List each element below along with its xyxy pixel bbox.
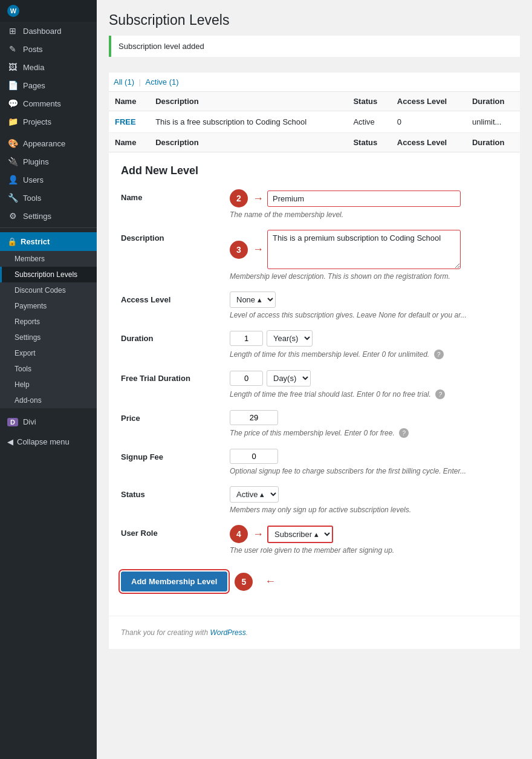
subscription-name-link[interactable]: FREE [115,117,136,126]
sidebar-item-divi[interactable]: D Divi [0,413,97,431]
sidebar-item-comments[interactable]: 💬 Comments [0,94,97,112]
restrict-label: Restrict [21,237,50,246]
sidebar-item-media[interactable]: 🖼 Media [0,58,97,76]
restrict-header[interactable]: 🔒 Restrict [0,232,97,251]
name-hint: The name of the membership level. [230,210,508,219]
signup-fee-label: Signup Fee [121,449,230,461]
status-select[interactable]: Active ▴ [230,486,279,503]
sidebar-item-reports[interactable]: Reports [0,314,97,330]
form-row-access-level: Access Level None ▴ Level of access this… [121,292,508,319]
row-description-cell: This is a free subscription to Coding Sc… [149,111,347,133]
sidebar-item-label: Tools [23,194,41,203]
tools-icon: 🔧 [7,193,18,203]
free-trial-label: Free Trial Duration [121,370,230,383]
subscription-table: Name Description Status Access Level Dur… [109,92,520,152]
sidebar-item-help[interactable]: Help [0,377,97,393]
description-field-wrapper: 3 → This is a premium subscription to Co… [230,230,508,281]
appearance-icon: 🎨 [7,138,18,148]
pages-icon: 📄 [7,80,18,90]
row-status-cell: Active [347,111,391,133]
row-name-cell: FREE [109,111,149,133]
access-level-label: Access Level [121,292,230,304]
sidebar-item-label: Comments [23,99,61,108]
free-trial-help-icon[interactable]: ? [435,389,445,399]
description-step-row: 3 → This is a premium subscription to Co… [230,230,508,269]
signup-fee-input[interactable] [230,449,278,464]
sidebar-item-payments[interactable]: Payments [0,298,97,314]
page-title: Subscription Levels [109,12,520,28]
wp-icon: W [7,5,19,17]
sidebar-item-subscription-levels[interactable]: Subscription Levels [0,267,97,282]
user-role-hint: The user role given to the member after … [230,546,508,555]
sidebar-item-projects[interactable]: 📁 Projects [0,112,97,131]
form-row-signup-fee: Signup Fee Optional signup fee to charge… [121,449,508,475]
free-trial-unit-select[interactable]: Day(s) [267,370,311,386]
duration-unit-select[interactable]: Year(s) [267,330,313,347]
sidebar-item-users[interactable]: 👤 Users [0,171,97,189]
sidebar-item-appearance[interactable]: 🎨 Appearance [0,134,97,152]
price-hint: The price of this membership level. Ente… [230,428,508,438]
divi-label: Divi [23,417,36,426]
sidebar-item-settings[interactable]: ⚙ Settings [0,207,97,225]
step-3-badge: 3 [230,241,248,259]
add-membership-level-button[interactable]: Add Membership Level [121,572,227,591]
price-label: Price [121,410,230,423]
sidebar-item-dashboard[interactable]: ⊞ Dashboard [0,22,97,40]
sidebar-item-label: Appearance [23,139,65,148]
form-row-free-trial: Free Trial Duration Day(s) Length of tim… [121,370,508,399]
duration-help-icon[interactable]: ? [434,350,444,359]
free-trial-number-input[interactable] [230,371,263,386]
dashboard-icon: ⊞ [7,26,18,36]
sidebar-item-label: Plugins [23,157,49,166]
sidebar-item-label: Pages [23,81,45,90]
arrow-right-icon-2: → [253,243,264,256]
description-textarea[interactable]: This is a premium subscription to Coding… [267,230,461,269]
access-level-hint: Level of access this subscription gives.… [230,311,508,319]
col-duration: Duration [466,92,520,111]
sidebar-item-restrict-settings[interactable]: Settings [0,330,97,345]
sidebar-item-plugins[interactable]: 🔌 Plugins [0,152,97,171]
sidebar: W ⊞ Dashboard ✎ Posts 🖼 Media 📄 Pages 💬 … [0,0,97,759]
add-new-title: Add New Level [121,165,508,177]
duration-number-input[interactable] [230,331,263,346]
price-help-icon[interactable]: ? [399,428,409,438]
sidebar-item-add-ons[interactable]: Add-ons [0,393,97,408]
user-role-label: User Role [121,525,230,538]
settings-icon: ⚙ [7,211,18,221]
restrict-icon: 🔒 [7,237,17,246]
arrow-right-icon: → [253,192,264,205]
price-input[interactable] [230,410,278,425]
table-footer-row: Name Description Status Access Level Dur… [109,133,520,152]
col-name: Name [109,92,149,111]
sidebar-item-export[interactable]: Export [0,345,97,361]
sidebar-item-label: Media [23,63,44,72]
duration-field-wrapper: Year(s) Length of time for this membersh… [230,330,508,359]
collapse-menu-button[interactable]: ◀ Collapse menu [0,433,97,451]
access-level-select[interactable]: None ▴ [230,292,276,308]
wordpress-link[interactable]: WordPress [210,628,245,637]
table-header-row: Name Description Status Access Level Dur… [109,92,520,111]
sidebar-item-posts[interactable]: ✎ Posts [0,40,97,58]
sidebar-item-tools[interactable]: 🔧 Tools [0,189,97,207]
filter-all[interactable]: All (1) [114,77,137,86]
sidebar-item-label: Projects [23,117,51,126]
sidebar-item-members[interactable]: Members [0,251,97,267]
sidebar-item-pages[interactable]: 📄 Pages [0,76,97,94]
sidebar-item-discount-codes[interactable]: Discount Codes [0,282,97,298]
sidebar-item-label: Settings [23,212,51,221]
user-role-select[interactable]: Subscriber ▴ [267,526,333,543]
step-5-badge: 5 [235,573,253,591]
form-row-duration: Duration Year(s) Length of time for this… [121,330,508,359]
user-role-field-wrapper: 4 → Subscriber ▴ The user role given to … [230,525,508,555]
form-row-user-role: User Role 4 → Subscriber ▴ The user role… [121,525,508,555]
duration-label: Duration [121,330,230,343]
filter-active[interactable]: Active (1) [146,77,179,86]
free-trial-row: Day(s) [230,370,508,386]
signup-fee-hint: Optional signup fee to charge subscriber… [230,467,508,475]
name-input[interactable] [267,191,461,207]
step-2-badge: 2 [230,189,248,207]
sidebar-item-restrict-tools[interactable]: Tools [0,361,97,377]
table-filter-bar: All (1) | Active (1) [109,73,520,92]
col-access-level-footer: Access Level [391,133,466,152]
col-description-footer: Description [149,133,347,152]
